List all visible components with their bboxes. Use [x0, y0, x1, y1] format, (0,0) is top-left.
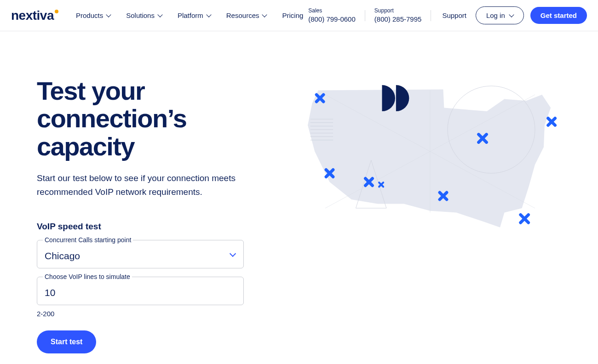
site-header: nextiva Products Solutions Platform Reso… [0, 0, 598, 31]
map-shape [308, 90, 551, 228]
nav-solutions[interactable]: Solutions [126, 11, 162, 19]
support-contact[interactable]: Support (800) 285-7995 [374, 7, 422, 23]
chevron-down-icon [509, 12, 514, 17]
brand-logo[interactable]: nextiva [11, 8, 58, 23]
x-marker-icon [521, 215, 529, 222]
sales-contact[interactable]: Sales (800) 799-0600 [308, 7, 356, 23]
header-contacts: Sales (800) 799-0600 Support (800) 285-7… [308, 7, 431, 23]
divider [431, 10, 431, 21]
nav-label: Solutions [126, 11, 155, 19]
voip-lines-input[interactable]: Choose VoIP lines to simulate [37, 277, 244, 305]
nav-label: Resources [226, 11, 259, 19]
hero-content: Test your connection’s capacity Start ou… [37, 77, 281, 353]
nav-resources[interactable]: Resources [226, 11, 267, 19]
page-subtitle: Start our test below to see if your conn… [37, 171, 281, 199]
field-label: Concurrent Calls starting point [43, 236, 133, 244]
login-label: Log in [486, 11, 505, 19]
hero-illustration [299, 77, 561, 353]
chevron-down-icon [106, 12, 111, 17]
brand-name: nextiva [11, 8, 54, 23]
contact-phone: (800) 799-0600 [308, 15, 356, 24]
lines-field[interactable] [45, 287, 236, 298]
contact-phone: (800) 285-7995 [374, 15, 422, 24]
divider [365, 10, 365, 21]
chevron-down-icon [262, 12, 267, 17]
nav-label: Platform [178, 11, 203, 19]
contact-label: Sales [308, 7, 356, 15]
field-value: Chicago [45, 250, 236, 262]
header-actions: Log in Get started [476, 6, 587, 24]
nav-platform[interactable]: Platform [178, 11, 211, 19]
chevron-down-icon [206, 12, 211, 17]
logo-dot-icon [55, 10, 58, 13]
start-test-button[interactable]: Start test [37, 330, 96, 353]
x-marker-icon [548, 118, 555, 125]
contact-label: Support [374, 7, 422, 15]
hero-section: Test your connection’s capacity Start ou… [0, 31, 598, 363]
get-started-button[interactable]: Get started [530, 7, 587, 24]
starting-point-select[interactable]: Concurrent Calls starting point Chicago [37, 240, 244, 268]
nav-products[interactable]: Products [76, 11, 110, 19]
nav-label: Products [76, 11, 103, 19]
support-link[interactable]: Support [442, 11, 466, 19]
lines-hint: 2-200 [37, 310, 281, 318]
nav-label: Pricing [282, 11, 303, 19]
primary-nav: Products Solutions Platform Resources Pr… [76, 11, 303, 19]
page-title: Test your connection’s capacity [37, 77, 281, 160]
field-label: Choose VoIP lines to simulate [43, 273, 132, 280]
nav-pricing[interactable]: Pricing [282, 11, 303, 19]
chevron-down-icon [157, 12, 162, 17]
us-map-illustration [299, 77, 561, 243]
form-title: VoIP speed test [37, 222, 281, 232]
login-button[interactable]: Log in [476, 6, 524, 24]
